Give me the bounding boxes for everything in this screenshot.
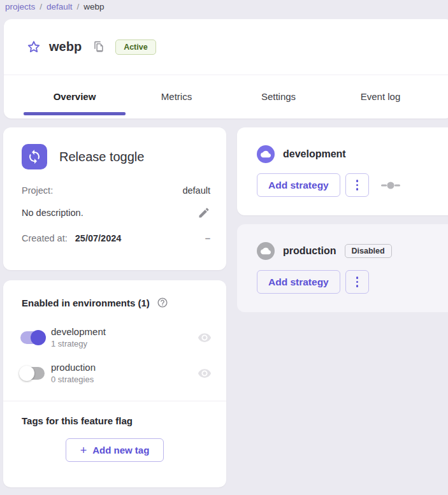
environment-panel-name: production: [283, 245, 336, 257]
project-value: default: [182, 185, 210, 196]
feature-name: webp: [49, 39, 82, 54]
environment-menu-button[interactable]: [345, 173, 369, 197]
help-icon: [157, 297, 168, 308]
copy-name-button[interactable]: [92, 41, 105, 54]
preview-production-button[interactable]: [198, 366, 212, 380]
favorite-star-button[interactable]: [26, 39, 41, 55]
project-row: Project: default: [22, 185, 210, 196]
strategy-count: 1 strategy: [51, 338, 106, 350]
environment-row-production: production 0 strategies: [20, 361, 212, 385]
breadcrumb-link-default[interactable]: default: [47, 2, 73, 11]
cloud-environment-icon: [257, 242, 275, 260]
add-new-tag-button[interactable]: + Add new tag: [66, 438, 164, 462]
tab-settings[interactable]: Settings: [228, 75, 329, 118]
flag-type-label: Release toggle: [59, 150, 144, 164]
toggle-knob: [19, 366, 34, 381]
tab-event-log[interactable]: Event log: [329, 75, 431, 118]
star-icon: [26, 39, 41, 55]
plus-icon: +: [80, 445, 87, 456]
flag-details-card: Release toggle Project: default No descr…: [3, 127, 226, 270]
environment-row-development: development 1 strategy: [20, 326, 212, 350]
lifecycle-stage-icon[interactable]: [381, 182, 400, 189]
add-strategy-button[interactable]: Add strategy: [257, 173, 340, 197]
edit-pencil-icon: [198, 206, 210, 219]
project-label: Project:: [22, 185, 53, 196]
release-toggle-icon: [22, 144, 47, 169]
description-text: No description.: [22, 208, 83, 218]
breadcrumb-separator: /: [40, 2, 42, 11]
tab-bar: Overview Metrics Settings Event log: [4, 75, 448, 118]
kebab-dot: [356, 188, 359, 190]
expiry-dash: –: [205, 233, 210, 243]
feature-title-row: webp Active: [4, 19, 448, 75]
active-tab-underline: [24, 112, 126, 115]
breadcrumb-separator: /: [77, 2, 80, 11]
production-toggle[interactable]: [20, 367, 45, 380]
kebab-dot: [356, 180, 359, 182]
tab-metrics[interactable]: Metrics: [126, 75, 228, 118]
feature-flag-page: projects / default / webp webp Active Ov…: [0, 0, 448, 495]
environments-help-button[interactable]: [157, 297, 168, 308]
edit-description-button[interactable]: [198, 206, 210, 219]
eye-icon: [198, 331, 212, 345]
created-value: 25/07/2024: [75, 233, 122, 243]
development-environment-panel: development Add strategy: [237, 127, 448, 215]
kebab-dot: [356, 184, 359, 187]
production-environment-panel: production Disabled Add strategy: [237, 224, 448, 312]
preview-development-button[interactable]: [198, 331, 212, 345]
kebab-dot: [356, 281, 359, 283]
environment-panel-name: development: [283, 148, 346, 160]
kebab-dot: [356, 276, 359, 279]
add-strategy-button[interactable]: Add strategy: [257, 270, 340, 294]
created-label: Created at:: [22, 233, 68, 243]
copy-icon: [92, 41, 105, 53]
strategy-count: 0 strategies: [51, 374, 96, 385]
breadcrumb-link-projects[interactable]: projects: [5, 2, 35, 11]
environment-menu-button[interactable]: [345, 270, 369, 294]
cloud-environment-icon: [257, 145, 275, 163]
eye-icon: [198, 366, 212, 380]
toggle-knob: [31, 330, 46, 345]
breadcrumb-current: webp: [83, 2, 104, 11]
feature-header-card: webp Active Overview Metrics Settings Ev…: [4, 19, 448, 118]
development-toggle[interactable]: [20, 331, 45, 344]
flag-type-header: Release toggle: [22, 144, 210, 169]
description-row: No description.: [22, 206, 210, 219]
card-divider: [3, 401, 226, 401]
environment-name: development: [51, 326, 106, 338]
disabled-badge: Disabled: [345, 244, 392, 258]
kebab-dot: [356, 285, 359, 287]
status-badge: Active: [115, 39, 156, 55]
tab-overview[interactable]: Overview: [24, 75, 126, 118]
breadcrumb: projects / default / webp: [5, 1, 105, 12]
tags-title: Tags for this feature flag: [22, 415, 210, 426]
created-row: Created at: 25/07/2024 –: [22, 233, 210, 243]
environment-name: production: [51, 361, 96, 374]
environments-header: Enabled in environments (1): [22, 297, 210, 308]
environments-card: Enabled in environments (1) development …: [3, 280, 226, 487]
environments-title: Enabled in environments (1): [22, 298, 150, 308]
